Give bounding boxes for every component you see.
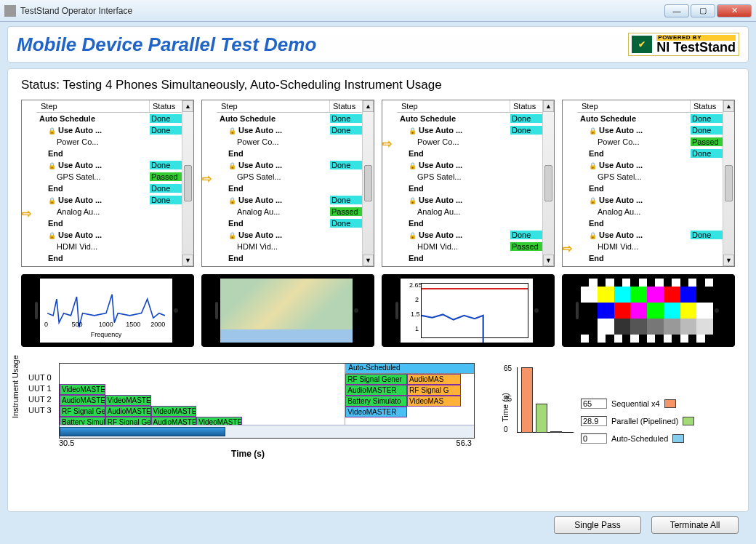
step-label: Use Auto ... [238, 196, 282, 204]
step-label: Auto Schedule [580, 114, 636, 123]
step-row[interactable]: Power Co... [397, 136, 542, 148]
step-row[interactable]: End [397, 252, 542, 263]
step-row[interactable]: Use Auto ...Done [217, 159, 362, 171]
step-status: Done [150, 114, 182, 123]
step-row[interactable]: EndDone [36, 183, 182, 194]
step-label: Use Auto ... [419, 161, 462, 169]
step-label: End [228, 219, 244, 228]
lock-icon [48, 126, 56, 135]
step-row[interactable]: Use Auto ...Done [577, 124, 723, 136]
step-status: Done [510, 114, 542, 123]
step-row[interactable]: Auto ScheduleDone [397, 113, 542, 124]
step-row[interactable]: Auto ScheduleDone [217, 113, 362, 124]
step-status: Done [330, 126, 362, 135]
col-step: Step [217, 100, 330, 112]
step-row[interactable]: Power Co... [217, 136, 362, 148]
step-label: Use Auto ... [58, 126, 102, 135]
step-row[interactable]: Use Auto ... [397, 159, 542, 171]
step-row[interactable]: Power Co...Passed [577, 136, 723, 148]
step-label: End [409, 219, 424, 228]
step-row[interactable]: HDMI Vid... [36, 241, 182, 252]
step-row[interactable]: Use Auto ... [577, 159, 723, 171]
step-row[interactable]: Use Auto ...Done [36, 124, 182, 136]
step-row[interactable]: HDMI Vid... [577, 241, 723, 252]
minimize-button[interactable]: — [664, 4, 689, 17]
step-status: Done [150, 161, 182, 169]
step-label: End [409, 149, 424, 158]
step-label: Use Auto ... [599, 231, 643, 239]
step-row[interactable]: Use Auto ...Done [397, 229, 542, 241]
step-row[interactable]: End [397, 217, 542, 229]
step-row[interactable]: End [217, 183, 362, 194]
step-label: End [228, 254, 244, 263]
scrollbar-vertical[interactable]: ▲▼ [542, 100, 554, 266]
step-row[interactable]: End [397, 183, 542, 194]
scrollbar-vertical[interactable]: ▲▼ [723, 100, 734, 266]
step-row[interactable]: Power Co... [36, 136, 182, 148]
step-status: Done [691, 149, 723, 158]
step-row[interactable]: HDMI Vid...Passed [397, 241, 542, 252]
step-row[interactable]: Analog Au... [36, 206, 182, 217]
maximize-button[interactable]: ▢ [691, 4, 715, 17]
bar-sequential [521, 367, 533, 433]
lock-icon [48, 161, 56, 169]
step-row[interactable]: GPS Satel... [217, 171, 362, 183]
bar-auto [550, 431, 562, 433]
step-row[interactable]: End [577, 252, 723, 263]
step-row[interactable]: End [217, 148, 362, 159]
step-row[interactable]: End [217, 252, 362, 263]
color-bars-pattern [581, 279, 713, 343]
step-label: Auto Schedule [39, 114, 95, 123]
step-row[interactable]: Use Auto ... [217, 229, 362, 241]
gantt-scrollbar[interactable] [60, 425, 474, 438]
step-row[interactable]: GPS Satel...Passed [36, 171, 182, 183]
value-sequential[interactable] [581, 399, 607, 409]
lock-icon [589, 161, 597, 169]
terminate-all-button[interactable]: Terminate All [651, 516, 739, 534]
step-row[interactable]: End [36, 252, 182, 263]
step-row[interactable]: Use Auto ...Done [36, 194, 182, 206]
step-row[interactable]: End [36, 148, 182, 159]
step-row[interactable]: EndDone [217, 217, 362, 229]
step-row[interactable]: Use Auto ...Done [36, 159, 182, 171]
step-label: Use Auto ... [419, 231, 462, 239]
step-row[interactable]: GPS Satel... [577, 171, 723, 183]
step-row[interactable]: End [577, 217, 723, 229]
step-row[interactable]: Use Auto ...Done [217, 124, 362, 136]
step-label: End [589, 184, 604, 193]
step-row[interactable]: Use Auto ... [577, 194, 723, 206]
step-row[interactable]: Analog Au... [397, 206, 542, 217]
scrollbar-vertical[interactable]: ▲▼ [362, 100, 374, 266]
lock-icon [228, 196, 236, 204]
step-row[interactable]: GPS Satel... [397, 171, 542, 183]
step-row[interactable]: End [397, 148, 542, 159]
test-pane-3: ⇨StepStatusAuto ScheduleDoneUse Auto ...… [562, 100, 735, 347]
scrollbar-vertical[interactable]: ▲▼ [182, 100, 193, 266]
step-row[interactable]: Use Auto ... [397, 194, 542, 206]
step-row[interactable]: End [577, 183, 723, 194]
value-auto[interactable] [581, 433, 607, 444]
test-pane-0: ⇨StepStatusAuto ScheduleDoneUse Auto ...… [21, 100, 194, 347]
step-row[interactable]: Use Auto ... [36, 229, 182, 241]
step-row[interactable]: Use Auto ...Done [397, 124, 542, 136]
step-row[interactable]: Auto ScheduleDone [36, 113, 182, 124]
step-row[interactable]: EndDone [577, 148, 723, 159]
current-step-arrow-icon: ⇨ [563, 241, 572, 255]
lock-icon [48, 196, 56, 204]
step-label: HDMI Vid... [417, 242, 458, 251]
device-preview [562, 274, 735, 347]
step-row[interactable]: HDMI Vid... [217, 241, 362, 252]
step-row[interactable]: Analog Au... [577, 206, 723, 217]
step-row[interactable]: Use Auto ...Done [217, 194, 362, 206]
gantt-bar: VideoMASTER [345, 407, 407, 417]
instrument-usage-gantt: Instrument Usage UUT 0UUT 1UUT 2UUT 3 Vi… [21, 363, 475, 465]
lock-icon [589, 126, 597, 135]
value-parallel[interactable] [581, 416, 607, 426]
single-pass-button[interactable]: Single Pass [554, 516, 641, 534]
step-row[interactable]: Analog Au...Passed [217, 206, 362, 217]
step-row[interactable]: Use Auto ...Done [577, 229, 723, 241]
close-button[interactable]: ✕ [717, 4, 752, 17]
gantt-xmax: 56.3 [457, 439, 472, 447]
step-row[interactable]: Auto ScheduleDone [577, 113, 723, 124]
step-row[interactable]: End [36, 217, 182, 229]
